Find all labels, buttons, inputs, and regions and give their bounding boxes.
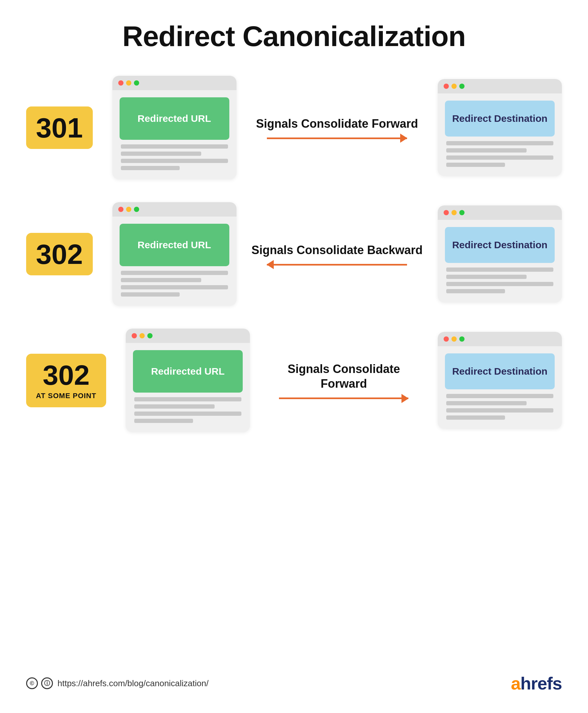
dot-green	[134, 80, 139, 86]
badge-number-302: 302	[36, 240, 83, 268]
content-line	[121, 166, 180, 170]
content-line	[446, 401, 527, 405]
footer-url: https://ahrefs.com/blog/canonicalization…	[58, 678, 208, 689]
content-line	[121, 151, 201, 156]
content-line	[134, 404, 215, 408]
browser-content-right-302-asp: Redirect Destination	[438, 346, 562, 429]
content-line	[446, 268, 553, 272]
content-lines-left-302	[120, 271, 229, 297]
arrow-backward-302	[267, 264, 407, 266]
titlebar-left-302-asp	[126, 329, 250, 343]
content-line	[121, 271, 228, 275]
footer: © ⓘ https://ahrefs.com/blog/canonicaliza…	[26, 663, 562, 693]
browser-left-301: Redirected URL	[112, 76, 236, 179]
content-line	[446, 394, 553, 398]
arrow-container-302	[250, 264, 425, 266]
content-line	[121, 285, 228, 289]
footer-icons: © ⓘ	[26, 677, 53, 689]
section-302-at-some-point: 302 AT SOME POINT Redirected URL Signals…	[26, 329, 562, 432]
browser-content-right-302: Redirect Destination	[438, 220, 562, 302]
page-title: Redirect Canonicalization	[123, 20, 466, 53]
browser-right-302: Redirect Destination	[438, 206, 562, 302]
cc-icon: ©	[26, 677, 38, 689]
dot-green	[459, 210, 464, 215]
browser-content-left-302-asp: Redirected URL	[126, 343, 250, 432]
browser-right-301: Redirect Destination	[438, 79, 562, 176]
content-line	[446, 141, 553, 145]
content-line	[134, 419, 193, 423]
dot-red	[118, 80, 124, 86]
browser-right-302-asp: Redirect Destination	[438, 332, 562, 429]
titlebar-right-302	[438, 206, 562, 220]
content-line	[446, 282, 553, 286]
browser-left-302: Redirected URL	[112, 202, 236, 306]
badge-301: 301	[26, 106, 93, 149]
footer-left: © ⓘ https://ahrefs.com/blog/canonicaliza…	[26, 677, 208, 689]
arrow-section-302-asp: Signals Consolidate Forward	[250, 361, 438, 399]
badge-302-asp: 302 AT SOME POINT	[26, 354, 106, 407]
dot-green	[147, 333, 152, 338]
badge-number-301: 301	[36, 114, 83, 142]
content-line	[134, 412, 241, 416]
titlebar-left-301	[112, 76, 236, 90]
dot-red	[132, 333, 137, 338]
titlebar-left-302	[112, 202, 236, 216]
section-301: 301 Redirected URL Signals Consolidate F…	[26, 76, 562, 179]
ahrefs-logo: ahrefs	[511, 673, 562, 693]
arrow-container-301	[250, 138, 425, 139]
destination-label-301: Redirect Destination	[452, 112, 547, 125]
redirected-url-label-301: Redirected URL	[138, 112, 211, 125]
content-lines-left-302-asp	[133, 397, 243, 423]
dot-yellow	[126, 207, 131, 212]
content-line	[446, 275, 527, 279]
destination-url-box-301: Redirect Destination	[445, 101, 555, 137]
arrow-section-301: Signals Consolidate Forward	[236, 116, 438, 139]
dot-green	[459, 84, 464, 89]
dot-yellow	[451, 210, 457, 215]
ahrefs-logo-a: a	[511, 673, 520, 693]
dot-yellow	[451, 336, 457, 342]
arrow-forward-302-asp	[279, 398, 408, 399]
arrow-container-302-asp	[263, 398, 425, 399]
dot-red	[444, 336, 449, 342]
redirected-url-box-302-asp: Redirected URL	[133, 350, 243, 393]
dot-green	[459, 336, 464, 342]
redirected-url-label-302-asp: Redirected URL	[151, 365, 225, 378]
content-line	[121, 292, 180, 297]
content-lines-right-302	[445, 268, 555, 293]
arrow-label-301: Signals Consolidate Forward	[256, 116, 418, 131]
redirected-url-label-302: Redirected URL	[138, 239, 211, 251]
content-line	[121, 278, 201, 282]
content-lines-right-302-asp	[445, 394, 555, 420]
section-302: 302 Redirected URL Signals Consolidate B…	[26, 202, 562, 306]
content-line	[446, 289, 505, 293]
ahrefs-logo-hrefs: hrefs	[520, 673, 562, 693]
browser-content-left-301: Redirected URL	[112, 90, 236, 179]
destination-label-302-asp: Redirect Destination	[452, 365, 547, 378]
redirected-url-box-301: Redirected URL	[120, 97, 229, 140]
content-line	[121, 144, 228, 149]
info-icon: ⓘ	[41, 677, 53, 689]
content-lines-right-301	[445, 141, 555, 167]
destination-label-302: Redirect Destination	[452, 239, 547, 251]
content-line	[134, 397, 241, 401]
content-line	[446, 148, 527, 152]
dot-yellow	[126, 80, 131, 86]
browser-content-right-301: Redirect Destination	[438, 93, 562, 176]
content-line	[446, 155, 553, 160]
destination-url-box-302-asp: Redirect Destination	[445, 353, 555, 389]
dot-green	[134, 207, 139, 212]
dot-red	[118, 207, 124, 212]
content-line	[446, 416, 505, 420]
dot-yellow	[140, 333, 145, 338]
destination-url-box-302: Redirect Destination	[445, 227, 555, 263]
dot-yellow	[451, 84, 457, 89]
titlebar-right-302-asp	[438, 332, 562, 346]
browser-content-left-302: Redirected URL	[112, 216, 236, 306]
dot-red	[444, 84, 449, 89]
arrow-label-302-asp: Signals Consolidate Forward	[263, 361, 425, 391]
content-line	[446, 163, 505, 167]
browser-left-302-asp: Redirected URL	[126, 329, 250, 432]
arrow-section-302: Signals Consolidate Backward	[236, 243, 438, 266]
titlebar-right-301	[438, 79, 562, 93]
